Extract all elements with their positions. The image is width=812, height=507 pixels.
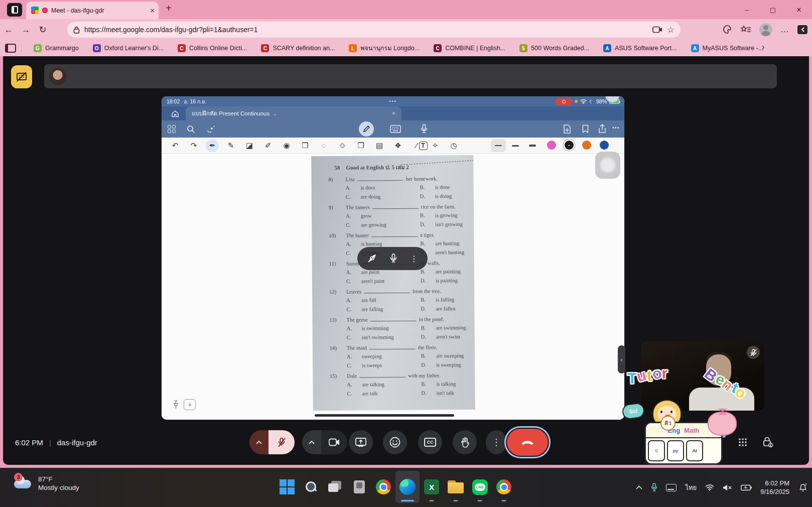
bookmark-item[interactable]: C SCARY definition an... xyxy=(255,42,341,55)
keyboard-icon[interactable] xyxy=(390,125,401,133)
bookmark-item[interactable]: G Grammargo xyxy=(28,42,85,55)
clock[interactable]: 6:02 PM 9/16/2025 xyxy=(760,479,789,496)
mic-active-icon[interactable] xyxy=(651,483,657,492)
line-app-button[interactable]: LINE xyxy=(468,471,492,503)
bookmarks-overflow-icon[interactable]: › xyxy=(762,42,765,52)
meeting-details-button[interactable] xyxy=(658,431,681,453)
toolbar-more-icon[interactable]: ••• xyxy=(612,124,620,131)
image-icon[interactable]: ▤ xyxy=(373,139,386,152)
tab-close-icon[interactable]: × xyxy=(150,6,155,15)
mic-muted-button[interactable] xyxy=(268,430,295,454)
battery-charging-icon[interactable] xyxy=(741,484,752,491)
new-tab-button[interactable]: + xyxy=(166,3,172,14)
chrome-profile-button[interactable] xyxy=(492,471,516,503)
refresh-icon[interactable]: ↻ xyxy=(34,24,51,35)
more-vert-icon[interactable]: ⋮ xyxy=(410,254,418,264)
self-video-tile[interactable] xyxy=(641,341,764,411)
convert-sparkle-icon[interactable] xyxy=(206,125,216,134)
tray-expand-icon[interactable] xyxy=(636,485,642,489)
end-call-button[interactable] xyxy=(507,429,548,456)
active-pen-tool-button[interactable] xyxy=(359,121,374,137)
camera-options-chevron[interactable] xyxy=(302,430,321,454)
notification-bell-icon[interactable]: z xyxy=(798,482,808,492)
present-button[interactable] xyxy=(349,430,373,454)
pointer-off-icon[interactable] xyxy=(367,254,377,264)
color-swatch-orange[interactable] xyxy=(582,141,591,150)
tab-camera-icon[interactable] xyxy=(652,26,662,33)
color-swatch-black[interactable] xyxy=(565,141,574,150)
share-icon[interactable] xyxy=(598,124,606,134)
mic-options-chevron[interactable] xyxy=(249,430,268,454)
maximize-button[interactable]: ▢ xyxy=(760,0,786,19)
favorites-bar-icon[interactable] xyxy=(740,25,751,35)
fountain-pen-icon[interactable]: ✒ xyxy=(206,139,219,152)
document-tab[interactable]: แบบฝึกหัด Present Continuous ⌄ × xyxy=(186,106,401,120)
redo-icon[interactable]: ↷ xyxy=(187,139,200,152)
add-page-icon[interactable] xyxy=(563,124,571,134)
wifi-tray-icon[interactable] xyxy=(705,484,714,491)
recorder-app-button[interactable] xyxy=(347,471,371,503)
sticker-icon[interactable]: ✩ xyxy=(336,139,349,152)
host-controls-button[interactable] xyxy=(757,431,779,453)
shapes-icon[interactable]: ❒ xyxy=(299,139,312,152)
reactions-button[interactable] xyxy=(383,430,407,454)
touchpad-icon[interactable] xyxy=(666,484,676,491)
task-view-button[interactable] xyxy=(323,471,347,503)
thumbnails-grid-icon[interactable] xyxy=(168,125,176,133)
stroke-thick[interactable] xyxy=(525,139,540,152)
weather-widget[interactable]: 3 87°F Mostly cloudy xyxy=(13,475,79,492)
search-button[interactable] xyxy=(299,471,323,503)
volume-muted-icon[interactable] xyxy=(723,484,732,491)
laser-pointer-icon[interactable]: ✧ xyxy=(429,139,442,152)
stroke-thin[interactable] xyxy=(491,139,506,152)
color-swatch-blue[interactable] xyxy=(600,141,609,150)
stroke-medium[interactable] xyxy=(508,139,523,152)
bookmark-icon[interactable] xyxy=(582,124,589,134)
pencil-icon[interactable]: ✎ xyxy=(224,139,237,152)
browser-tab[interactable]: Meet - das-ifgu-gdr × xyxy=(26,2,159,19)
bookmark-item[interactable]: L พจนานุกรม Longdo... xyxy=(343,42,426,55)
start-button[interactable] xyxy=(275,471,299,503)
bookmark-item[interactable]: A MyASUS Software -... xyxy=(685,42,770,55)
language-indicator[interactable]: ไทย xyxy=(685,482,697,493)
chrome-app-button[interactable] xyxy=(371,471,395,503)
tab-actions-button[interactable] xyxy=(7,3,22,17)
forward-icon[interactable]: → xyxy=(17,25,34,35)
activities-button[interactable] xyxy=(732,431,754,453)
search-icon[interactable] xyxy=(187,125,195,134)
raise-hand-button[interactable] xyxy=(453,430,477,454)
file-explorer-button[interactable] xyxy=(444,471,468,503)
copy-icon[interactable]: ❐ xyxy=(354,139,367,152)
companion-banner-button[interactable] xyxy=(11,65,32,88)
bookmark-item[interactable]: O Oxford Learner's Di... xyxy=(87,42,170,55)
profile-avatar[interactable] xyxy=(759,23,772,36)
color-swatch-pink[interactable] xyxy=(547,141,556,150)
screen-recording-indicator[interactable] xyxy=(555,98,572,105)
text-tool-icon[interactable]: T xyxy=(417,139,430,152)
back-icon[interactable]: ← xyxy=(0,25,17,35)
highlighter-icon[interactable]: ✐ xyxy=(261,139,275,152)
undo-icon[interactable]: ↶ xyxy=(169,139,182,152)
tab-close-icon[interactable]: × xyxy=(392,110,395,117)
chevron-down-icon[interactable]: ⌄ xyxy=(273,111,277,116)
close-button[interactable]: ✕ xyxy=(786,0,812,19)
dictation-mic-icon[interactable] xyxy=(421,124,428,134)
horizontal-scrollbar[interactable] xyxy=(315,414,454,417)
edge-app-button[interactable] xyxy=(395,471,420,503)
favorite-star-icon[interactable]: ☆ xyxy=(667,25,674,35)
eraser-icon[interactable]: ◪ xyxy=(243,139,256,152)
floating-widget-blur[interactable] xyxy=(595,152,620,179)
extensions-icon[interactable] xyxy=(722,25,732,35)
sidebar-toggle-icon[interactable] xyxy=(797,25,808,35)
timer-icon[interactable]: ◷ xyxy=(447,139,460,152)
panel-collapse-handle[interactable]: ‹ xyxy=(618,345,625,373)
tape-icon[interactable]: ◉ xyxy=(280,139,293,152)
bookmark-item[interactable]: C COMBINE | English... xyxy=(428,42,511,55)
pushpin-icon[interactable] xyxy=(173,400,179,409)
captions-button[interactable]: CC xyxy=(418,430,442,454)
bookmark-item[interactable]: 5 500 Words Graded... xyxy=(513,42,595,55)
excel-app-button[interactable]: X xyxy=(420,471,444,503)
page-navigator-button[interactable] xyxy=(184,399,196,410)
notebook-canvas[interactable]: 58 Good at English ป. 5 เล่ม 2 8) Lisa xyxy=(162,154,624,420)
presenter-banner[interactable] xyxy=(44,64,777,88)
